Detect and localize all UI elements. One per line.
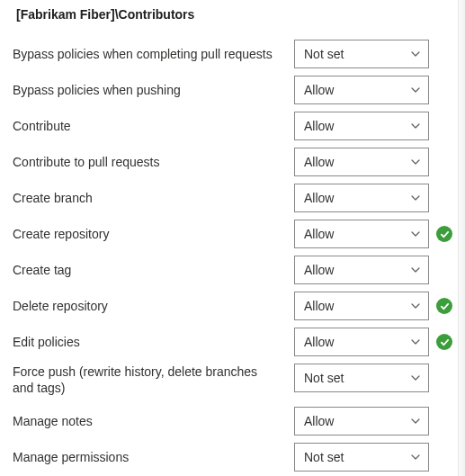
permission-label: Create repository [13,226,294,242]
inherited-status [429,298,452,314]
permissions-list: Bypass policies when completing pull req… [13,36,452,475]
chevron-down-icon [410,373,421,383]
dropdown-value: Not set [304,47,344,61]
chevron-down-icon [410,85,421,95]
dropdown-value: Allow [304,299,334,313]
permission-dropdown[interactable]: Allow [294,76,429,104]
permission-label: Create tag [13,262,294,278]
permission-label: Manage notes [13,413,294,429]
dropdown-value: Allow [304,227,334,241]
permission-label: Force push (rewrite history, delete bran… [13,364,294,396]
inherited-status [429,334,452,350]
permission-row: Force push (rewrite history, delete bran… [13,360,452,403]
inherited-status [429,226,452,242]
chevron-down-icon [410,265,421,275]
permission-dropdown[interactable]: Not set [294,443,429,472]
permission-dropdown[interactable]: Allow [294,407,429,436]
page-title: [Fabrikam Fiber]\Contributors [16,7,452,22]
permission-label: Contribute [13,118,294,134]
dropdown-value: Not set [304,450,344,464]
permission-row: Bypass policies when pushingAllow [13,72,452,108]
dropdown-value: Allow [304,83,334,97]
permission-row: Manage permissionsNot set [13,439,452,475]
chevron-down-icon [410,337,421,347]
check-circle-icon [436,226,452,242]
permission-dropdown[interactable]: Allow [294,184,429,212]
check-circle-icon [436,334,452,350]
permission-row: ContributeAllow [13,108,452,144]
permission-label: Create branch [13,190,294,206]
dropdown-value: Allow [304,155,334,169]
permission-label: Bypass policies when pushing [13,82,294,98]
permissions-panel: [Fabrikam Fiber]\Contributors Bypass pol… [0,0,465,475]
dropdown-value: Allow [304,335,334,349]
permission-row: Bypass policies when completing pull req… [13,36,452,72]
chevron-down-icon [410,229,421,239]
chevron-down-icon [410,193,421,203]
permission-dropdown[interactable]: Allow [294,220,429,248]
permission-row: Edit policiesAllow [13,324,452,360]
chevron-down-icon [410,121,421,131]
chevron-down-icon [410,416,421,427]
permission-dropdown[interactable]: Allow [294,292,429,320]
permission-row: Delete repositoryAllow [13,288,452,324]
permission-label: Manage permissions [13,449,294,465]
permission-dropdown[interactable]: Not set [294,364,429,392]
dropdown-value: Allow [304,263,334,277]
permission-row: Contribute to pull requestsAllow [13,144,452,180]
chevron-down-icon [410,157,421,167]
permission-dropdown[interactable]: Allow [294,112,429,140]
permission-label: Bypass policies when completing pull req… [13,46,294,62]
permission-row: Create tagAllow [13,252,452,288]
permission-label: Contribute to pull requests [13,154,294,170]
dropdown-value: Allow [304,191,334,205]
permission-dropdown[interactable]: Allow [294,148,429,176]
dropdown-value: Not set [304,371,344,385]
chevron-down-icon [410,452,421,463]
permission-row: Manage notesAllow [13,403,452,439]
permission-dropdown[interactable]: Allow [294,328,429,356]
dropdown-value: Allow [304,414,334,428]
scrollbar[interactable] [458,0,465,476]
permission-row: Create repositoryAllow [13,216,452,252]
permission-dropdown[interactable]: Not set [294,40,429,68]
permission-row: Create branchAllow [13,180,452,216]
permission-dropdown[interactable]: Allow [294,256,429,284]
chevron-down-icon [410,49,421,59]
chevron-down-icon [410,301,421,311]
dropdown-value: Allow [304,119,334,133]
check-circle-icon [436,298,452,314]
permission-label: Delete repository [13,298,294,314]
permission-label: Edit policies [13,334,294,350]
